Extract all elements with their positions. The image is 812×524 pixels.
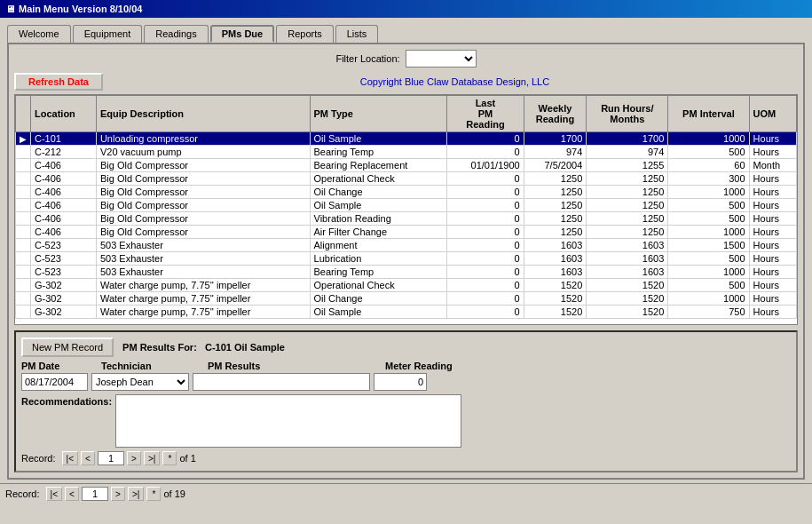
row-run-hours: 1250 <box>587 212 668 226</box>
data-grid-container[interactable]: Location Equip Description PM Type LastP… <box>14 94 798 325</box>
row-equip-desc: 503 Exhauster <box>96 239 310 252</box>
tab-lists[interactable]: Lists <box>335 25 379 43</box>
pm-nav-current[interactable] <box>98 451 124 465</box>
pm-nav-label: Record: <box>21 453 56 464</box>
row-weekly: 1700 <box>524 132 587 146</box>
row-pm-type: Lubrication <box>310 252 447 266</box>
row-weekly: 1250 <box>524 212 587 226</box>
outer-nav-new[interactable]: * <box>146 487 161 501</box>
tab-readings[interactable]: Readings <box>144 25 208 43</box>
new-record-button[interactable]: New PM Record <box>21 337 114 357</box>
pm-nav-prev[interactable]: < <box>81 451 95 465</box>
table-row[interactable]: C-406 Big Old Compressor Vibration Readi… <box>16 212 797 226</box>
table-row[interactable]: ▶ C-101 Unloading compressor Oil Sample … <box>16 132 797 146</box>
table-row[interactable]: C-212 V20 vacuum pump Bearing Temp 0 974… <box>16 146 797 159</box>
row-location: G-302 <box>31 292 97 306</box>
tab-welcome[interactable]: Welcome <box>7 25 71 43</box>
row-uom: Month <box>749 159 796 172</box>
row-pm-type: Alignment <box>310 239 447 252</box>
col-last-pm: LastPMReading <box>447 96 524 132</box>
row-pm-type: Oil Sample <box>310 306 447 319</box>
pm-fields-row: Joseph Dean <box>21 373 791 391</box>
pm-rec-textarea[interactable] <box>115 394 461 448</box>
row-last-pm: 0 <box>447 292 524 306</box>
tab-equipment[interactable]: Equipment <box>73 25 143 43</box>
row-pm-interval: 500 <box>668 252 749 266</box>
row-pm-interval: 1000 <box>668 132 749 146</box>
table-row[interactable]: C-406 Big Old Compressor Air Filter Chan… <box>16 226 797 239</box>
pm-nav-of: of 1 <box>179 453 195 464</box>
row-uom: Hours <box>749 172 796 186</box>
row-weekly: 1520 <box>524 306 587 319</box>
table-row[interactable]: C-523 503 Exhauster Alignment 0 1603 160… <box>16 239 797 252</box>
row-arrow <box>16 172 31 186</box>
outer-nav-next[interactable]: > <box>111 487 125 501</box>
row-pm-interval: 1500 <box>668 239 749 252</box>
row-pm-type: Oil Sample <box>310 132 447 146</box>
row-pm-interval: 500 <box>668 279 749 292</box>
row-equip-desc: V20 vacuum pump <box>96 146 310 159</box>
row-pm-interval: 1000 <box>668 292 749 306</box>
table-row[interactable]: C-406 Big Old Compressor Operational Che… <box>16 172 797 186</box>
outer-nav-first[interactable]: |< <box>46 487 62 501</box>
row-arrow <box>16 146 31 159</box>
row-last-pm: 0 <box>447 212 524 226</box>
row-last-pm: 0 <box>447 132 524 146</box>
col-uom: UOM <box>749 96 796 132</box>
title-bar-text: Main Menu Version 8/10/04 <box>19 4 142 14</box>
row-arrow: ▶ <box>16 132 31 146</box>
row-equip-desc: Water charge pump, 7.75'' impeller <box>96 306 310 319</box>
table-row[interactable]: G-302 Water charge pump, 7.75'' impeller… <box>16 279 797 292</box>
pm-tech-select[interactable]: Joseph Dean <box>91 373 189 391</box>
table-row[interactable]: C-406 Big Old Compressor Oil Sample 0 12… <box>16 199 797 212</box>
row-last-pm: 0 <box>447 186 524 199</box>
pm-recommendations-row: Recommendations: <box>21 394 791 448</box>
tab-pmsdue[interactable]: PMs Due <box>210 25 274 43</box>
toolbar-row: Refresh Data Copyright Blue Claw Databas… <box>14 73 798 91</box>
row-last-pm: 0 <box>447 199 524 212</box>
pm-nav-new[interactable]: * <box>162 451 177 465</box>
pm-meter-input[interactable] <box>374 373 427 391</box>
row-run-hours: 1603 <box>587 266 668 279</box>
row-equip-desc: 503 Exhauster <box>96 252 310 266</box>
table-row[interactable]: C-523 503 Exhauster Bearing Temp 0 1603 … <box>16 266 797 279</box>
row-run-hours: 1255 <box>587 159 668 172</box>
row-uom: Hours <box>749 266 796 279</box>
pm-nav-last[interactable]: >| <box>144 451 160 465</box>
row-arrow <box>16 199 31 212</box>
col-weekly: WeeklyReading <box>524 96 587 132</box>
table-row[interactable]: C-406 Big Old Compressor Oil Change 0 12… <box>16 186 797 199</box>
table-row[interactable]: C-406 Big Old Compressor Bearing Replace… <box>16 159 797 172</box>
table-row[interactable]: C-523 503 Exhauster Lubrication 0 1603 1… <box>16 252 797 266</box>
row-equip-desc: Big Old Compressor <box>96 212 310 226</box>
refresh-button[interactable]: Refresh Data <box>14 73 103 91</box>
pm-nav-first[interactable]: |< <box>62 451 78 465</box>
row-pm-interval: 500 <box>668 146 749 159</box>
row-uom: Hours <box>749 199 796 212</box>
table-row[interactable]: G-302 Water charge pump, 7.75'' impeller… <box>16 292 797 306</box>
row-pm-type: Oil Change <box>310 186 447 199</box>
app-icon: 🖥 <box>5 4 15 14</box>
row-run-hours: 1520 <box>587 279 668 292</box>
pm-results-input[interactable] <box>193 373 370 391</box>
pm-nav-next[interactable]: > <box>127 451 141 465</box>
outer-nav-current[interactable] <box>82 487 108 501</box>
pm-date-input[interactable] <box>21 373 88 391</box>
row-run-hours: 1250 <box>587 226 668 239</box>
outer-nav-prev[interactable]: < <box>65 487 79 501</box>
filter-location-select[interactable] <box>406 50 477 67</box>
row-weekly: 1250 <box>524 186 587 199</box>
row-arrow <box>16 279 31 292</box>
table-row[interactable]: G-302 Water charge pump, 7.75'' impeller… <box>16 306 797 319</box>
row-pm-interval: 300 <box>668 172 749 186</box>
row-arrow <box>16 252 31 266</box>
row-last-pm: 0 <box>447 172 524 186</box>
row-uom: Hours <box>749 306 796 319</box>
pm-meter-header: Meter Reading <box>385 361 456 371</box>
col-location: Location <box>31 96 97 132</box>
row-pm-type: Bearing Temp <box>310 266 447 279</box>
tab-reports[interactable]: Reports <box>276 25 334 43</box>
row-equip-desc: Big Old Compressor <box>96 199 310 212</box>
pm-results-header: PM Results <box>208 361 385 371</box>
outer-nav-last[interactable]: >| <box>128 487 144 501</box>
